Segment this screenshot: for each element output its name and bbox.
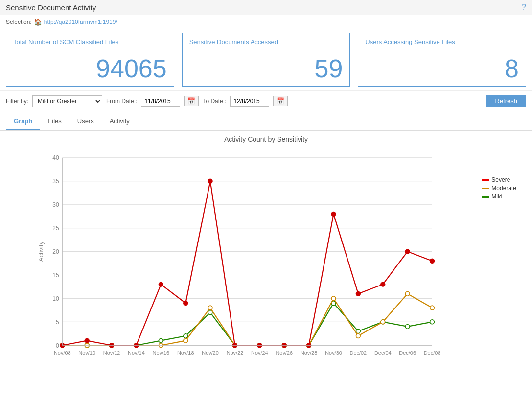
svg-point-82 [430, 259, 435, 263]
help-icon[interactable]: ? [522, 3, 526, 12]
svg-point-65 [405, 291, 410, 296]
stat-card-1: Sensitive Documents Accessed 59 [182, 33, 350, 87]
svg-point-81 [405, 249, 410, 254]
filter-select[interactable]: Mild or Greater Moderate or Greater Seve… [32, 95, 102, 107]
svg-text:35: 35 [52, 178, 59, 185]
svg-text:Nov/12: Nov/12 [103, 350, 120, 356]
svg-point-80 [381, 282, 385, 286]
selection-bar: Selection: 🏠 http://qa2010farmvm1:1919/ [0, 15, 532, 29]
svg-text:Activity: Activity [37, 241, 45, 262]
svg-text:Nov/24: Nov/24 [251, 350, 268, 356]
to-date-input[interactable] [230, 96, 269, 107]
from-date-label: From Date : [106, 98, 137, 105]
svg-point-79 [356, 291, 361, 296]
from-date-input[interactable] [141, 96, 180, 107]
svg-text:30: 30 [52, 201, 59, 208]
svg-text:10: 10 [52, 295, 59, 302]
svg-point-66 [430, 306, 435, 310]
stat-card-2: Users Accessing Sensitive Files 8 [358, 33, 526, 87]
refresh-button[interactable]: Refresh [486, 95, 526, 107]
svg-point-68 [85, 338, 89, 343]
svg-text:Nov/20: Nov/20 [202, 350, 219, 356]
stats-row: Total Number of SCM Classified Files 940… [0, 29, 532, 90]
chart-title: Activity Count by Sensitivity [6, 135, 526, 143]
svg-text:Nov/10: Nov/10 [78, 350, 95, 356]
legend-item-moderate: Moderate [482, 185, 516, 192]
svg-point-73 [208, 179, 212, 183]
chart-legend: SevereModerateMild [482, 176, 516, 201]
svg-text:15: 15 [52, 272, 59, 279]
svg-point-72 [184, 301, 188, 306]
svg-text:Dec/06: Dec/06 [399, 350, 416, 356]
legend-item-severe: Severe [482, 176, 516, 183]
stat-card-0: Total Number of SCM Classified Files 940… [6, 33, 174, 87]
stat-label-1: Sensitive Documents Accessed [189, 38, 343, 46]
svg-text:25: 25 [52, 225, 59, 232]
svg-text:Dec/04: Dec/04 [374, 350, 392, 356]
svg-text:0: 0 [56, 342, 59, 349]
svg-point-49 [405, 325, 410, 329]
svg-point-40 [184, 334, 188, 338]
stat-value-0: 94065 [13, 56, 167, 81]
svg-text:Nov/28: Nov/28 [301, 350, 318, 356]
selection-label: Selection: [6, 19, 32, 25]
svg-text:40: 40 [52, 154, 59, 161]
svg-point-78 [331, 212, 336, 217]
home-icon: 🏠 [34, 18, 42, 26]
svg-point-64 [381, 320, 385, 324]
svg-point-71 [159, 282, 163, 286]
from-date-calendar-button[interactable]: 📅 [184, 96, 199, 106]
stat-value-2: 8 [365, 56, 519, 81]
legend-item-mild: Mild [482, 193, 516, 200]
filter-by-label: Filter by: [6, 98, 28, 105]
page-header: Sensitive Document Activity ? [0, 0, 532, 15]
to-date-label: To Date : [203, 98, 226, 105]
svg-text:Dec/02: Dec/02 [350, 350, 367, 356]
tab-activity[interactable]: Activity [102, 113, 138, 130]
svg-point-63 [356, 334, 361, 338]
to-date-calendar-button[interactable]: 📅 [273, 96, 288, 106]
svg-text:5: 5 [56, 319, 59, 326]
svg-point-62 [331, 296, 336, 301]
svg-text:Nov/26: Nov/26 [276, 350, 293, 356]
stat-value-1: 59 [189, 56, 343, 81]
svg-text:Nov/22: Nov/22 [227, 350, 244, 356]
svg-point-50 [430, 320, 435, 324]
svg-text:Nov/30: Nov/30 [325, 350, 342, 356]
chart-container: 0510152025303540ActivityNov/08Nov/10Nov/… [6, 147, 526, 372]
svg-text:Nov/18: Nov/18 [177, 350, 194, 356]
svg-text:Nov/14: Nov/14 [128, 350, 145, 356]
tabs-bar: GraphFilesUsersActivity [0, 113, 532, 131]
stat-label-2: Users Accessing Sensitive Files [365, 38, 519, 46]
svg-point-39 [159, 338, 163, 343]
svg-text:Dec/08: Dec/08 [424, 350, 441, 356]
svg-text:Nov/16: Nov/16 [153, 350, 170, 356]
svg-point-56 [184, 338, 188, 343]
tab-graph[interactable]: Graph [6, 113, 40, 130]
chart-svg: 0510152025303540ActivityNov/08Nov/10Nov/… [6, 147, 526, 372]
selection-url[interactable]: http://qa2010farmvm1:1919/ [44, 19, 117, 25]
filter-bar: Filter by: Mild or Greater Moderate or G… [0, 90, 532, 111]
chart-area: Activity Count by Sensitivity 0510152025… [0, 131, 532, 377]
svg-text:Nov/08: Nov/08 [54, 350, 71, 356]
page-title: Sensitive Document Activity [6, 3, 96, 12]
stat-label-0: Total Number of SCM Classified Files [13, 38, 167, 46]
tab-users[interactable]: Users [69, 113, 102, 130]
svg-text:20: 20 [52, 248, 59, 255]
tab-files[interactable]: Files [40, 113, 69, 130]
svg-point-57 [208, 306, 212, 310]
